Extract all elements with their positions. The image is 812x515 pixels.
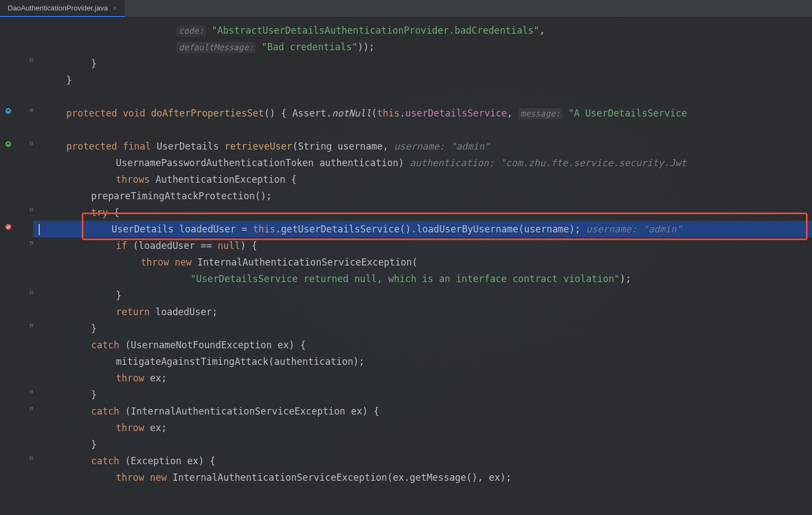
- code-line[interactable]: }: [33, 72, 812, 88]
- tab-title: DaoAuthenticationProvider.java: [8, 4, 108, 12]
- code-content[interactable]: code: "AbstractUserDetailsAuthentication…: [33, 18, 812, 486]
- editor[interactable]: ⊟ ⊞ ⊟ ⊟ ⊟ ⊟ ⊟ ⊟ ⊟ ⊟ code: "AbstractUserD…: [0, 18, 812, 486]
- code-line[interactable]: catch (InternalAuthenticationServiceExce…: [33, 403, 812, 420]
- code-line[interactable]: protected void doAfterPropertiesSet() { …: [33, 105, 812, 121]
- code-line[interactable]: code: "AbstractUserDetailsAuthentication…: [33, 22, 812, 39]
- code-line[interactable]: throw ex;: [33, 370, 812, 386]
- override-up-icon[interactable]: [4, 140, 12, 148]
- code-line[interactable]: }: [33, 386, 812, 403]
- file-tab[interactable]: DaoAuthenticationProvider.java ×: [0, 0, 125, 17]
- code-line[interactable]: prepareTimingAttackProtection();: [33, 188, 812, 204]
- code-line[interactable]: throw new InternalAuthenticationServiceE…: [33, 469, 812, 486]
- code-line[interactable]: protected final UserDetails retrieveUser…: [33, 138, 812, 155]
- editor-tab-bar: DaoAuthenticationProvider.java ×: [0, 0, 812, 18]
- code-line[interactable]: }: [33, 320, 812, 337]
- code-line[interactable]: throw new InternalAuthenticationServiceE…: [33, 254, 812, 270]
- code-line[interactable]: mitigateAgainstTimingAttack(authenticati…: [33, 353, 812, 370]
- code-line[interactable]: throws AuthenticationException {: [33, 171, 812, 188]
- code-line[interactable]: UsernamePasswordAuthenticationToken auth…: [33, 155, 812, 171]
- code-line[interactable]: try {: [33, 204, 812, 221]
- code-line[interactable]: "UserDetailsService returned null, which…: [33, 270, 812, 287]
- code-line[interactable]: defaultMessage: "Bad credentials"));: [33, 39, 812, 55]
- override-icon[interactable]: [4, 107, 12, 115]
- code-line[interactable]: return loadedUser;: [33, 304, 812, 320]
- code-line[interactable]: [33, 88, 812, 105]
- code-line[interactable]: [33, 121, 812, 138]
- breakpoint-icon[interactable]: [4, 223, 12, 231]
- code-line[interactable]: catch (Exception ex) {: [33, 453, 812, 469]
- current-execution-line[interactable]: UserDetails loadedUser = this.getUserDet…: [33, 221, 812, 237]
- code-line[interactable]: catch (UsernameNotFoundException ex) {: [33, 337, 812, 353]
- close-icon[interactable]: ×: [112, 4, 116, 13]
- code-line[interactable]: }: [33, 287, 812, 304]
- code-line[interactable]: if (loadedUser == null) {: [33, 237, 812, 254]
- code-line[interactable]: }: [33, 55, 812, 72]
- gutter: ⊟ ⊞ ⊟ ⊟ ⊟ ⊟ ⊟ ⊟ ⊟ ⊟: [0, 18, 33, 486]
- code-line[interactable]: }: [33, 436, 812, 453]
- code-line[interactable]: throw ex;: [33, 420, 812, 436]
